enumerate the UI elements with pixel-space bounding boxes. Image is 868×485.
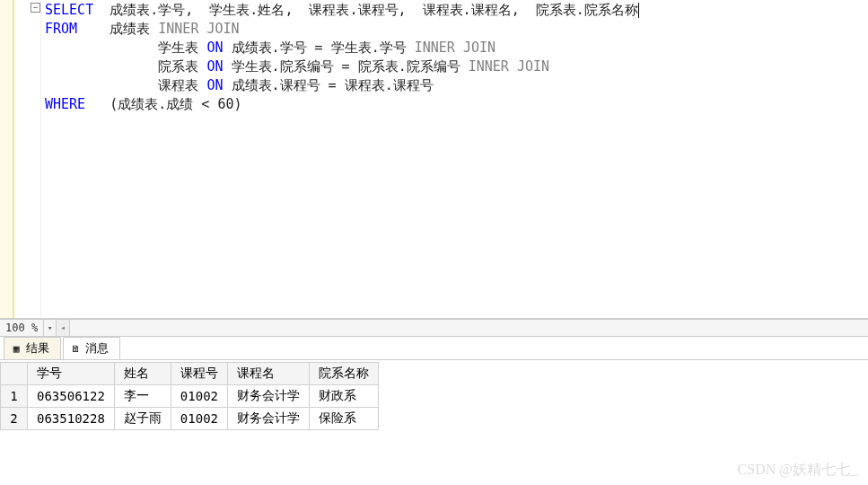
join-cond-1: 成绩表.学号 = 学生表.学号 — [224, 40, 415, 56]
col-header[interactable]: 课程号 — [171, 363, 227, 385]
col-header[interactable]: 院系名称 — [310, 363, 379, 385]
join-cond-3: 成绩表.课程号 = 课程表.课程号 — [224, 77, 434, 93]
result-table[interactable]: 学号 姓名 课程号 课程名 院系名称 1 063506122 李一 01002 … — [0, 362, 379, 430]
tab-messages-label: 消息 — [85, 340, 109, 357]
rownum-cell: 2 — [1, 408, 28, 430]
cell[interactable]: 李一 — [114, 385, 171, 408]
results-grid: 学号 姓名 课程号 课程名 院系名称 1 063506122 李一 01002 … — [0, 362, 868, 430]
cell[interactable]: 063510228 — [28, 408, 115, 430]
collapse-icon[interactable]: − — [31, 3, 40, 13]
cell[interactable]: 财务会计学 — [228, 408, 310, 430]
tab-results-label: 结果 — [26, 340, 49, 357]
col-header[interactable]: 姓名 — [114, 363, 171, 385]
cell[interactable]: 01002 — [171, 408, 227, 430]
kw-join: INNER JOIN — [158, 21, 239, 37]
join-tbl-2: 院系表 — [45, 58, 206, 75]
table-row[interactable]: 1 063506122 李一 01002 财务会计学 财政系 — [1, 385, 379, 408]
table-header-row: 学号 姓名 课程号 课程名 院系名称 — [1, 363, 379, 385]
grid-icon: ▦ — [10, 342, 22, 355]
kw-from: FROM — [45, 21, 77, 37]
from-tbl: 成绩表 — [77, 21, 158, 37]
result-tabs: ▦ 结果 🗎 消息 — [0, 337, 868, 360]
kw-on: ON — [206, 77, 223, 93]
rownum-header — [1, 363, 28, 385]
col-header[interactable]: 学号 — [28, 363, 115, 385]
join-tbl-3: 课程表 — [45, 77, 206, 93]
join-tbl-1: 学生表 — [45, 40, 206, 56]
cell[interactable]: 财政系 — [310, 385, 379, 408]
cell[interactable]: 财务会计学 — [228, 385, 310, 408]
watermark: CSDN @妖精七七_ — [738, 461, 857, 480]
select-cols: 成绩表.学号, 学生表.姓名, 课程表.课程号, 课程表.课程名, 院系表.院系… — [93, 2, 638, 18]
cell[interactable]: 063506122 — [28, 385, 115, 408]
zoom-dropdown-icon[interactable]: ▾ — [43, 320, 56, 336]
zoom-level[interactable]: 100 % — [0, 322, 43, 334]
col-header[interactable]: 课程名 — [228, 363, 310, 385]
kw-join: INNER JOIN — [415, 40, 495, 56]
cell[interactable]: 01002 — [171, 385, 227, 408]
kw-where: WHERE — [45, 96, 85, 112]
kw-on: ON — [206, 40, 223, 56]
text-cursor — [638, 3, 639, 18]
zoom-bar: 100 % ▾ ◂ — [0, 319, 868, 337]
nav-left-icon[interactable]: ◂ — [56, 320, 70, 336]
tab-results[interactable]: ▦ 结果 — [4, 337, 61, 359]
where-cond: (成绩表.成绩 < 60) — [85, 96, 241, 112]
code-area[interactable]: SELECT 成绩表.学号, 学生表.姓名, 课程表.课程号, 课程表.课程名,… — [41, 0, 868, 318]
join-cond-2: 学生表.院系编号 = 院系表.院系编号 — [224, 58, 469, 75]
sql-editor-pane: − SELECT 成绩表.学号, 学生表.姓名, 课程表.课程号, 课程表.课程… — [0, 0, 868, 319]
table-row[interactable]: 2 063510228 赵子雨 01002 财务会计学 保险系 — [1, 408, 379, 430]
cell[interactable]: 赵子雨 — [114, 408, 171, 430]
kw-join: INNER JOIN — [469, 58, 549, 75]
kw-on: ON — [206, 58, 223, 75]
kw-select: SELECT — [45, 2, 93, 18]
tab-messages[interactable]: 🗎 消息 — [63, 337, 120, 359]
message-icon: 🗎 — [69, 342, 82, 355]
editor-margin: − — [14, 0, 41, 318]
change-gutter — [0, 0, 14, 318]
cell[interactable]: 保险系 — [310, 408, 379, 430]
rownum-cell: 1 — [1, 385, 28, 408]
